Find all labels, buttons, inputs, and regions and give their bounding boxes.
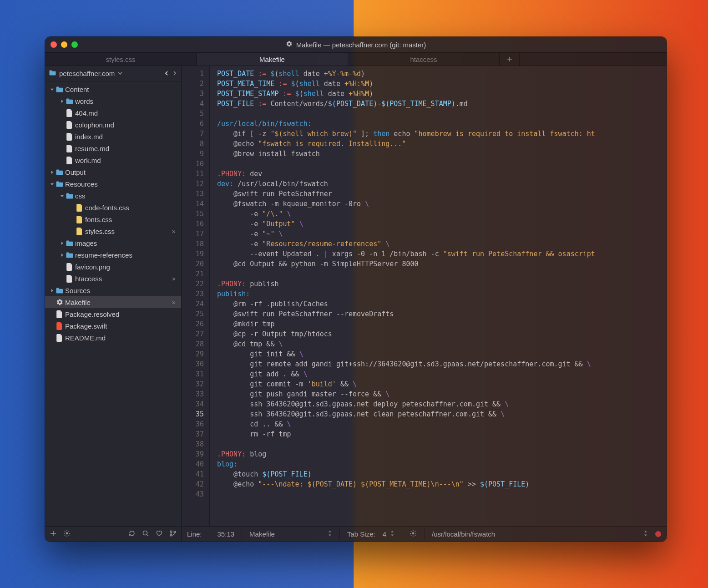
close-icon[interactable]: × — [170, 299, 177, 306]
tree-item-label: Makefile — [64, 299, 170, 306]
folder-icon — [49, 70, 56, 77]
close-icon[interactable]: × — [170, 275, 177, 283]
tree-item-package-resolved[interactable]: Package.resolved — [45, 308, 181, 320]
folder-icon — [65, 98, 74, 105]
gear-icon[interactable] — [410, 530, 417, 538]
window-zoom-button[interactable] — [71, 41, 78, 48]
tree-item-label: Output — [64, 168, 177, 176]
tree-item-label: fonts.css — [84, 216, 177, 223]
code-area[interactable]: 1234567891011121314151617181920212223242… — [182, 66, 667, 526]
tab-styles-css[interactable]: styles.css — [45, 53, 197, 66]
folder-icon — [55, 287, 64, 294]
status-symbol-path[interactable]: /usr/local/bin/fswatch — [432, 530, 648, 538]
file-icon — [65, 121, 74, 129]
disclosure-arrow-icon[interactable] — [59, 194, 65, 198]
tree-item-label: colophon.md — [74, 121, 177, 129]
window-minimize-button[interactable] — [61, 41, 67, 48]
svg-point-3 — [170, 534, 172, 536]
status-path-value: /usr/local/bin/fswatch — [432, 530, 495, 538]
tree-item-label: index.md — [74, 133, 177, 141]
disclosure-arrow-icon[interactable] — [49, 289, 55, 293]
tree-item-label: README.md — [64, 334, 177, 342]
statusbar: Line: 35:13 Makefile Tab Size: 4 — [182, 526, 667, 542]
tree-item-resources[interactable]: Resources — [45, 178, 181, 190]
editor: 1234567891011121314151617181920212223242… — [182, 66, 667, 542]
tree-item-code-fonts-css[interactable]: code-fonts.css — [45, 202, 181, 213]
file-icon — [65, 133, 74, 141]
tab-htaccess[interactable]: htaccess — [348, 53, 500, 66]
tree-item-label: Package.resolved — [64, 310, 177, 318]
file-icon — [65, 157, 74, 164]
close-icon[interactable]: × — [170, 228, 177, 235]
line-gutter[interactable]: 1234567891011121314151617181920212223242… — [182, 66, 210, 526]
disclosure-arrow-icon[interactable] — [59, 99, 65, 103]
tree-item-colophon-md[interactable]: colophon.md — [45, 119, 181, 131]
status-syntax[interactable]: Makefile — [249, 530, 332, 538]
gear-icon[interactable] — [63, 530, 71, 539]
tree-item-index-md[interactable]: index.md — [45, 131, 181, 142]
status-tab-value: 4 — [383, 530, 386, 538]
status-tabsize[interactable]: Tab Size: 4 — [347, 530, 394, 538]
gear-icon — [55, 299, 64, 306]
folder-icon — [65, 193, 74, 199]
status-line[interactable]: Line: 35:13 — [187, 530, 234, 538]
file-icon — [65, 263, 74, 271]
tree-item-fonts-css[interactable]: fonts.css — [45, 213, 181, 225]
updown-icon — [643, 530, 648, 538]
file-icon — [65, 145, 74, 152]
window-title-text: Makefile — peteschaffner.com (git: maste… — [296, 41, 426, 49]
branch-icon[interactable] — [169, 530, 177, 539]
tree-item-favicon-png[interactable]: favicon.png — [45, 261, 181, 273]
tree-item-styles-css[interactable]: styles.css× — [45, 225, 181, 237]
tree-item-label: styles.css — [84, 228, 170, 235]
tree-item-404-md[interactable]: 404.md — [45, 107, 181, 119]
refresh-icon[interactable] — [128, 530, 136, 539]
tree-item-label: images — [74, 239, 177, 247]
disclosure-arrow-icon[interactable] — [49, 170, 55, 174]
window-title: Makefile — peteschaffner.com (git: maste… — [45, 41, 667, 49]
tree-item-label: favicon.png — [74, 263, 177, 271]
tree-item-content[interactable]: Content — [45, 83, 181, 95]
nav-back-icon[interactable] — [164, 70, 169, 77]
tree-item-label: code-fonts.css — [84, 204, 177, 212]
tree-item-makefile[interactable]: Makefile× — [45, 296, 181, 308]
tree-item-label: 404.md — [74, 109, 177, 117]
updown-icon — [328, 530, 332, 538]
search-icon[interactable] — [142, 530, 149, 539]
svg-point-2 — [170, 531, 172, 532]
tree-item-label: resume-references — [74, 251, 177, 259]
tree-item-css[interactable]: css — [45, 190, 181, 202]
heart-icon[interactable] — [156, 530, 163, 539]
sidebar: peteschaffner.com Contentwords404.mdcolo… — [45, 66, 182, 542]
cssfile-icon — [75, 204, 84, 212]
tree-item-readme-md[interactable]: README.md — [45, 332, 181, 344]
file-icon — [55, 334, 64, 342]
add-icon[interactable] — [50, 530, 57, 539]
disclosure-arrow-icon[interactable] — [49, 182, 55, 186]
tree-item-package-swift[interactable]: Package.swift — [45, 320, 181, 332]
tab-makefile[interactable]: Makefile — [197, 53, 348, 66]
sidebar-header[interactable]: peteschaffner.com — [45, 66, 181, 81]
svg-point-5 — [412, 532, 415, 535]
new-tab-button[interactable] — [500, 53, 520, 66]
tree-item-words[interactable]: words — [45, 95, 181, 107]
tree-item-htaccess[interactable]: htaccess× — [45, 273, 181, 284]
cssfile-icon — [75, 216, 84, 223]
window-close-button[interactable] — [51, 41, 57, 48]
file-tree[interactable]: Contentwords404.mdcolophon.mdindex.mdres… — [45, 81, 181, 526]
nav-forward-icon[interactable] — [172, 70, 177, 77]
tree-item-images[interactable]: images — [45, 237, 181, 249]
tree-item-output[interactable]: Output — [45, 166, 181, 178]
tree-item-resume-md[interactable]: resume.md — [45, 142, 181, 154]
tree-item-label: words — [74, 97, 177, 105]
tree-item-resume-references[interactable]: resume-references — [45, 249, 181, 261]
disclosure-arrow-icon[interactable] — [59, 241, 65, 245]
disclosure-arrow-icon[interactable] — [49, 87, 55, 91]
folder-icon — [65, 240, 74, 247]
disclosure-arrow-icon[interactable] — [59, 253, 65, 257]
code-content[interactable]: POST_DATE := $(shell date +%Y-%m-%d)POST… — [210, 66, 667, 526]
tree-item-work-md[interactable]: work.md — [45, 154, 181, 166]
chevron-down-icon[interactable] — [117, 70, 123, 77]
tree-item-sources[interactable]: Sources — [45, 284, 181, 296]
status-tab-label: Tab Size: — [347, 530, 375, 538]
